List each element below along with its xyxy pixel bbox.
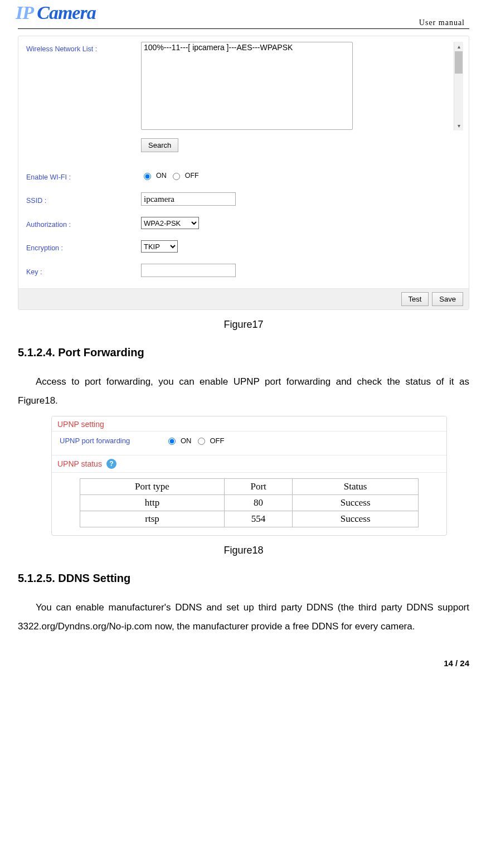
wifi-on-radio[interactable] xyxy=(144,173,151,180)
upnp-forwarding-label: UPNP port forwarding xyxy=(60,437,166,445)
section-port-forwarding-title: 5.1.2.4. Port Forwarding xyxy=(18,346,469,359)
ssid-input[interactable] xyxy=(141,192,236,206)
upnp-setting-header: UPNP setting xyxy=(52,416,446,431)
th-status: Status xyxy=(292,479,419,495)
wireless-list-item[interactable]: 100%---11---[ ipcamera ]---AES---WPAPSK xyxy=(142,42,352,52)
scroll-down-icon[interactable]: ▾ xyxy=(454,121,464,130)
th-port-type: Port type xyxy=(80,479,225,495)
wifi-off-text: OFF xyxy=(185,172,199,180)
upnp-status-header: UPNP status xyxy=(57,459,102,468)
figure18-caption: Figure18 xyxy=(18,545,469,556)
list-scrollbar[interactable]: ▴ ▾ xyxy=(454,42,463,130)
scroll-thumb[interactable] xyxy=(455,51,463,74)
search-button[interactable]: Search xyxy=(141,138,178,152)
page-number: 14 / 24 xyxy=(0,653,486,677)
section-ddns-title: 5.1.2.5. DDNS Setting xyxy=(18,572,469,585)
wireless-list-label: Wireless Network List : xyxy=(24,42,141,53)
table-row: http 80 Success xyxy=(80,495,419,511)
authorization-select[interactable]: WPA2-PSK xyxy=(141,217,199,229)
test-button[interactable]: Test xyxy=(401,292,429,306)
save-button[interactable]: Save xyxy=(432,292,463,306)
wifi-settings-panel: Wireless Network List : 100%---11---[ ip… xyxy=(18,36,469,310)
upnp-on-radio[interactable] xyxy=(168,438,176,445)
upnp-off-text: OFF xyxy=(210,437,225,445)
upnp-status-table: Port type Port Status http 80 Success rt… xyxy=(80,478,419,527)
scroll-up-icon[interactable]: ▴ xyxy=(454,42,464,51)
encryption-label: Encryption : xyxy=(24,241,141,252)
table-row: rtsp 554 Success xyxy=(80,511,419,527)
authorization-label: Authorization : xyxy=(24,217,141,229)
encryption-select[interactable]: TKIP xyxy=(141,240,178,253)
upnp-off-radio[interactable] xyxy=(198,438,205,445)
header-right-text: User manual xyxy=(419,18,465,27)
upnp-on-text: ON xyxy=(181,437,192,445)
port-forwarding-paragraph: Access to port forwarding, you can enabl… xyxy=(18,372,469,410)
key-label: Key : xyxy=(24,265,141,276)
help-icon[interactable]: ? xyxy=(106,459,116,469)
ssid-label: SSID : xyxy=(24,193,141,205)
figure17-caption: Figure17 xyxy=(18,319,469,331)
upnp-panel: UPNP setting UPNP port forwarding ON OFF… xyxy=(51,416,447,536)
page-header: IP Camera User manual xyxy=(18,6,469,29)
wifi-off-radio[interactable] xyxy=(173,173,180,180)
wireless-network-list[interactable]: 100%---11---[ ipcamera ]---AES---WPAPSK xyxy=(141,42,353,130)
enable-wifi-label: Enable WI-FI : xyxy=(24,170,141,181)
wifi-on-text: ON xyxy=(156,172,167,180)
table-header-row: Port type Port Status xyxy=(80,479,419,495)
wifi-footer-bar: Test Save xyxy=(18,288,469,309)
ddns-paragraph: You can enable manufacturer's DDNS and s… xyxy=(18,598,469,636)
logo: IP Camera xyxy=(16,2,96,23)
key-input[interactable] xyxy=(141,264,236,277)
th-port: Port xyxy=(225,479,292,495)
